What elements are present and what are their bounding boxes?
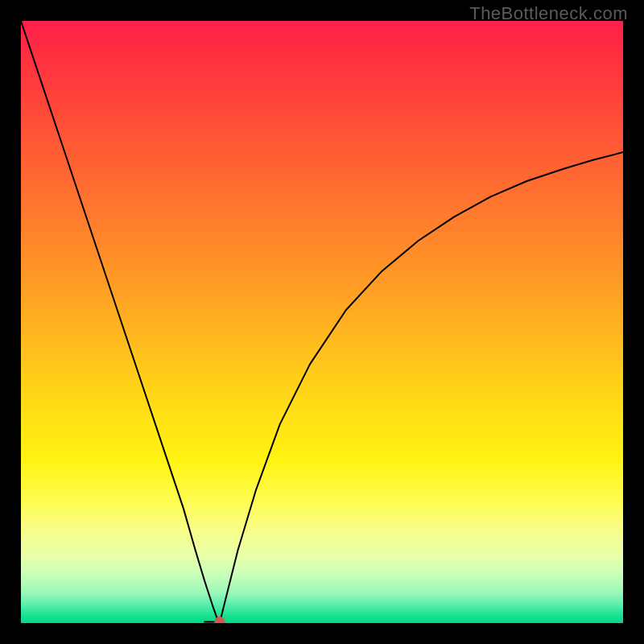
series-left-branch (21, 21, 220, 623)
curve-layer (21, 21, 623, 623)
curve-series-group (21, 21, 623, 623)
series-right-branch (220, 152, 623, 623)
minimum-marker-icon (214, 617, 225, 623)
chart-frame: TheBottleneck.com (0, 0, 644, 644)
plot-area (21, 21, 623, 623)
